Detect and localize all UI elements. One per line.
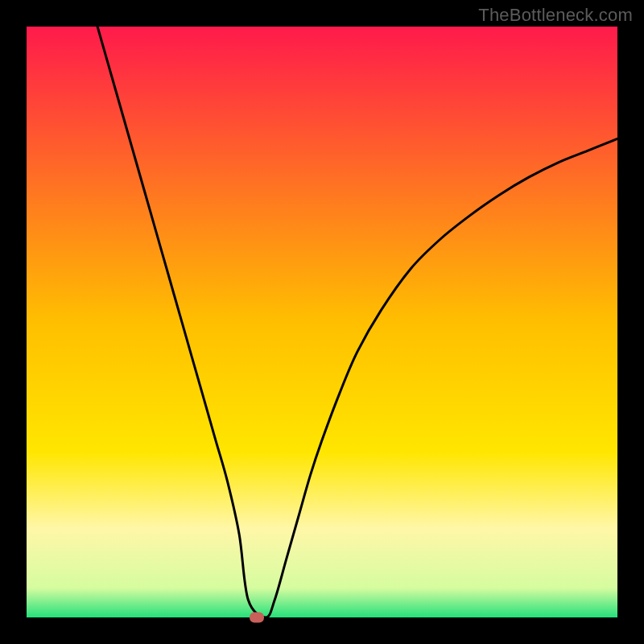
chart-frame: TheBottleneck.com (0, 0, 644, 644)
plot-area (27, 27, 617, 617)
watermark-text: TheBottleneck.com (478, 5, 633, 26)
bottleneck-curve (27, 27, 617, 617)
minimum-marker (250, 613, 264, 623)
